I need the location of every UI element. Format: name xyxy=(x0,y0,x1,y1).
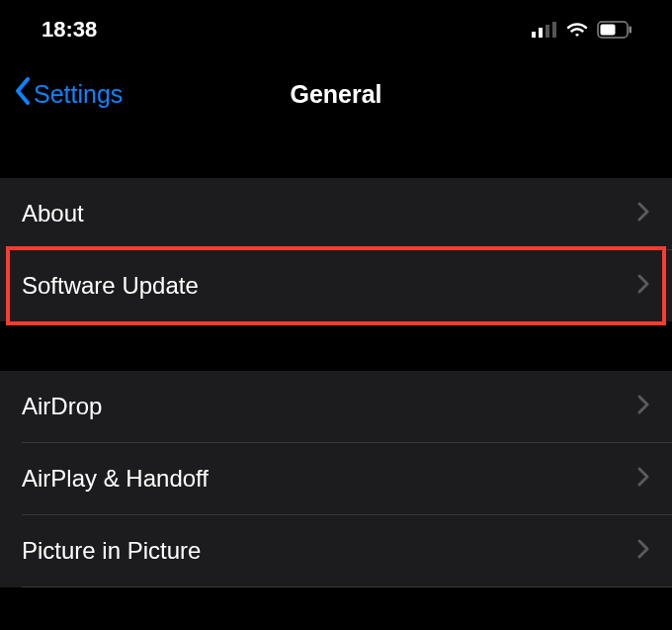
row-about[interactable]: About xyxy=(0,178,672,249)
row-label-airplay: AirPlay & Handoff xyxy=(22,465,209,493)
status-bar: 18:38 xyxy=(0,0,672,59)
status-icons xyxy=(532,21,632,39)
svg-rect-5 xyxy=(601,25,616,36)
chevron-right-icon xyxy=(636,273,650,299)
row-airplay-handoff[interactable]: AirPlay & Handoff xyxy=(0,443,672,514)
back-label: Settings xyxy=(34,80,123,109)
svg-rect-3 xyxy=(552,22,556,38)
chevron-right-icon xyxy=(636,201,650,226)
row-software-update[interactable]: Software Update xyxy=(0,250,672,321)
svg-rect-6 xyxy=(630,27,632,34)
row-label-pip: Picture in Picture xyxy=(22,537,201,565)
row-label-airdrop: AirDrop xyxy=(22,393,102,420)
row-label-about: About xyxy=(22,200,84,227)
section-connectivity: AirDrop AirPlay & Handoff Picture in Pic… xyxy=(0,371,672,587)
divider xyxy=(22,586,672,587)
svg-rect-0 xyxy=(532,32,536,38)
cellular-signal-icon xyxy=(532,22,557,38)
section-spacer xyxy=(0,321,672,371)
chevron-right-icon xyxy=(636,538,650,564)
svg-rect-1 xyxy=(539,28,543,38)
nav-title: General xyxy=(290,80,381,109)
section-general-info: About Software Update xyxy=(0,178,672,321)
row-picture-in-picture[interactable]: Picture in Picture xyxy=(0,515,672,586)
chevron-left-icon xyxy=(14,76,32,112)
row-airdrop[interactable]: AirDrop xyxy=(0,371,672,442)
chevron-right-icon xyxy=(636,466,650,492)
back-button[interactable]: Settings xyxy=(0,76,123,112)
battery-icon xyxy=(597,21,632,39)
svg-rect-2 xyxy=(546,25,549,38)
wifi-icon xyxy=(565,21,589,39)
section-spacer xyxy=(0,129,672,178)
chevron-right-icon xyxy=(636,394,650,419)
row-label-software-update: Software Update xyxy=(22,272,199,300)
status-time: 18:38 xyxy=(42,17,97,43)
nav-bar: Settings General xyxy=(0,59,672,129)
